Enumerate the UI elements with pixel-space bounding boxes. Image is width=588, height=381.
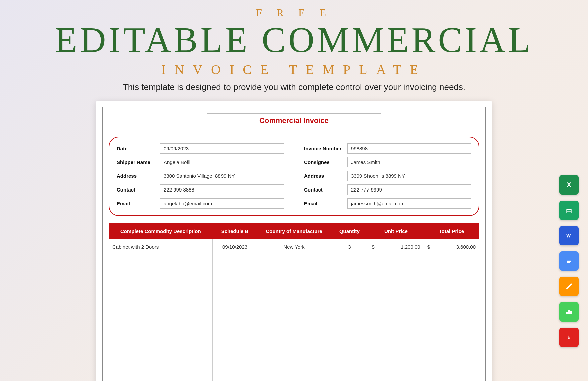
cell-schedule[interactable]: 09/10/2023 [212, 239, 257, 255]
invoice-number-field[interactable]: 998898 [347, 143, 471, 154]
svg-rect-9 [567, 262, 570, 263]
cell-quantity[interactable]: 3 [331, 239, 368, 255]
shipper-contact-field[interactable]: 222 999 8888 [160, 184, 284, 195]
page-header: F R E E EDITABLE COMMERCIAL INVOICE TEMP… [0, 0, 588, 92]
tagline: This template is designed to provide you… [0, 82, 588, 92]
consignee-label: Consignee [304, 159, 347, 165]
shipper-column: Date09/09/2023 Shipper NameAngela Bofill… [117, 143, 284, 212]
invoice-title: Commercial Invoice [259, 116, 329, 125]
google-docs-icon[interactable] [559, 251, 579, 271]
table-row-empty[interactable] [109, 351, 479, 367]
consignee-address-field[interactable]: 3399 Shoehills 8899 NY [347, 171, 471, 181]
svg-rect-7 [567, 260, 571, 260]
table-row-empty[interactable] [109, 335, 479, 351]
invoice-number-label: Invoice Number [304, 146, 347, 151]
cell-unit-price[interactable]: $1,200.00 [368, 239, 424, 255]
shipper-name-label: Shipper Name [117, 159, 160, 165]
consignee-contact-label: Contact [304, 187, 347, 193]
col-unit-price: Unit Price [368, 224, 424, 239]
col-total-price: Total Price [424, 224, 479, 239]
format-icons [559, 175, 579, 347]
cell-description[interactable]: Cabinet with 2 Doors [109, 239, 213, 255]
consignee-contact-field[interactable]: 222 777 9999 [347, 184, 471, 195]
svg-rect-8 [567, 261, 571, 262]
consignee-column: Invoice Number998898 ConsigneeJames Smit… [304, 143, 471, 212]
table-row-empty[interactable] [109, 319, 479, 335]
pdf-icon[interactable] [559, 328, 579, 347]
line-items-table: Complete Commodity Description Schedule … [109, 223, 479, 381]
svg-rect-13 [568, 310, 570, 314]
main-title: EDITABLE COMMERCIAL [0, 21, 588, 59]
table-row-empty[interactable] [109, 287, 479, 303]
table-row-empty[interactable] [109, 271, 479, 287]
google-sheets-icon[interactable] [559, 201, 579, 220]
pages-icon[interactable] [559, 277, 579, 296]
sub-title: INVOICE TEMPLATE [0, 61, 588, 77]
col-description: Complete Commodity Description [109, 224, 213, 239]
svg-rect-14 [570, 311, 572, 314]
table-row[interactable]: Cabinet with 2 Doors09/10/2023New York3$… [109, 239, 479, 255]
col-quantity: Quantity [331, 224, 368, 239]
cell-total-price[interactable]: $3,600.00 [424, 239, 479, 255]
col-country: Country of Manufacture [257, 224, 331, 239]
svg-rect-12 [566, 312, 568, 314]
consignee-email-field[interactable]: jamessmith@email.com [347, 198, 471, 209]
invoice-document: Commercial Invoice Date09/09/2023 Shippe… [96, 101, 492, 381]
free-label: F R E E [0, 7, 588, 19]
table-row-empty[interactable] [109, 303, 479, 319]
table-row-empty[interactable] [109, 255, 479, 271]
shipper-contact-label: Contact [117, 187, 160, 193]
col-schedule-b: Schedule B [212, 224, 257, 239]
cell-country[interactable]: New York [257, 239, 331, 255]
table-row-empty[interactable] [109, 367, 479, 381]
consignee-email-label: Email [304, 201, 347, 206]
date-label: Date [117, 146, 160, 151]
shipper-address-label: Address [117, 173, 160, 179]
invoice-title-box: Commercial Invoice [207, 113, 381, 128]
shipper-name-field[interactable]: Angela Bofill [160, 157, 284, 167]
shipper-address-field[interactable]: 3300 Santonio Village, 8899 NY [160, 171, 284, 181]
parties-box: Date09/09/2023 Shipper NameAngela Bofill… [109, 137, 479, 216]
consignee-address-label: Address [304, 173, 347, 179]
numbers-icon[interactable] [559, 302, 579, 322]
table-header-row: Complete Commodity Description Schedule … [109, 224, 479, 239]
excel-icon[interactable] [559, 175, 579, 195]
word-icon[interactable] [559, 226, 579, 245]
shipper-email-label: Email [117, 201, 160, 206]
shipper-email-field[interactable]: angelabo@email.com [160, 198, 284, 209]
invoice-inner: Commercial Invoice Date09/09/2023 Shippe… [102, 107, 486, 381]
consignee-field[interactable]: James Smith [347, 157, 471, 167]
date-field[interactable]: 09/09/2023 [160, 143, 284, 154]
